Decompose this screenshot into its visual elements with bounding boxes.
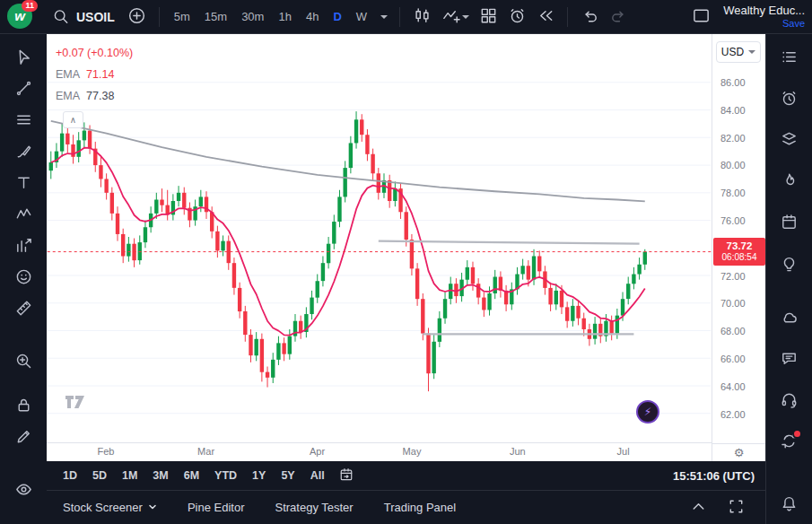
redo-icon <box>609 6 628 28</box>
timeframe-menu-button[interactable] <box>375 4 391 31</box>
xabcd-pattern-icon <box>14 205 33 226</box>
object-tree-button[interactable] <box>776 127 803 154</box>
updates-button[interactable] <box>776 429 803 456</box>
range-ytd-button[interactable]: YTD <box>207 467 244 485</box>
fib-retracement-tool-button[interactable] <box>10 108 37 135</box>
time-tick-label: Jun <box>510 446 526 457</box>
range-1d-button[interactable]: 1D <box>56 467 84 485</box>
ema-slow-legend-row[interactable]: EMA 77.38 <box>56 90 133 102</box>
price-tick-label: 62.00 <box>720 409 746 420</box>
redo-button[interactable] <box>605 4 632 31</box>
support-button[interactable] <box>776 388 803 415</box>
chat-button[interactable] <box>776 346 803 373</box>
price-tick-label: 86.00 <box>720 77 746 88</box>
current-price-value: 73.72 <box>713 240 765 252</box>
forecast-tool-button[interactable] <box>10 233 37 260</box>
maximize-panel-button[interactable] <box>722 494 749 521</box>
chart-type-button[interactable] <box>408 4 435 31</box>
goto-date-button[interactable] <box>333 462 360 489</box>
brush-tool-button[interactable] <box>10 139 37 166</box>
timeframe-1d[interactable]: D <box>327 6 347 27</box>
range-1y-button[interactable]: 1Y <box>245 467 273 485</box>
tab-trading-panel[interactable]: Trading Panel <box>384 501 456 514</box>
open-panel-button[interactable] <box>685 494 712 521</box>
text-tool-button[interactable] <box>10 170 37 197</box>
time-tick-label: Mar <box>197 446 214 457</box>
price-axis[interactable]: USD 86.0084.0082.0080.0078.0076.0072.007… <box>712 34 765 461</box>
time-axis[interactable]: FebMarAprMayJunJul <box>47 442 712 461</box>
boost-button[interactable]: ⚡ <box>636 400 659 424</box>
trend-line-icon <box>14 79 33 100</box>
timeframe-1w[interactable]: W <box>350 6 373 27</box>
symbol-search[interactable]: USOIL <box>45 4 122 31</box>
range-all-button[interactable]: All <box>303 467 332 485</box>
notifications-button[interactable] <box>776 492 803 519</box>
timeframe-1h[interactable]: 1h <box>272 6 297 27</box>
timeframe-4h[interactable]: 4h <box>300 6 325 27</box>
watchlist-icon <box>780 48 799 69</box>
time-tick-label: May <box>403 446 422 457</box>
price-tick-label: 66.00 <box>720 354 746 364</box>
panel-controls <box>685 494 749 521</box>
edit-drawings-button[interactable] <box>10 424 37 451</box>
range-5d-button[interactable]: 5D <box>85 467 114 485</box>
layout-templates-button[interactable] <box>475 4 502 31</box>
add-symbol-button[interactable] <box>124 4 151 31</box>
emoji-tool-button[interactable] <box>10 265 37 292</box>
session-clock[interactable]: 15:51:06 (UTC) <box>673 469 756 483</box>
layout-name: Wealthy Educ... <box>723 4 805 18</box>
cursor-tool-button[interactable] <box>10 45 37 72</box>
price-tick-label: 80.00 <box>720 160 746 170</box>
measure-tool-button[interactable] <box>10 296 37 323</box>
chart-area: +0.07 (+0.10%) EMA 71.14 EMA 77.38 ∧ ⚡ F… <box>47 34 765 461</box>
calendar-icon <box>780 213 799 234</box>
calendar-button[interactable] <box>776 210 803 237</box>
layout-name-menu[interactable]: Wealthy Educ... Save <box>723 4 805 30</box>
indicators-button[interactable] <box>437 4 473 31</box>
watchlist-button[interactable] <box>776 45 803 72</box>
chevron-down-icon <box>148 501 157 514</box>
price-tick-label: 64.00 <box>720 381 746 392</box>
pattern-tool-button[interactable] <box>10 202 37 229</box>
tab-strategy-tester[interactable]: Strategy Tester <box>275 501 353 514</box>
alerts-button[interactable] <box>776 86 803 113</box>
currency-selector[interactable]: USD <box>716 41 761 63</box>
ema-fast-legend-row[interactable]: EMA 71.14 <box>56 68 133 81</box>
tab-label: Pine Editor <box>188 501 245 514</box>
range-6m-button[interactable]: 6M <box>177 467 206 485</box>
app-logo[interactable]: w 11 <box>7 4 36 31</box>
zoom-in-tool-button[interactable] <box>10 349 37 376</box>
range-1m-button[interactable]: 1M <box>115 467 144 485</box>
tab-stock-screener[interactable]: Stock Screener <box>63 501 157 514</box>
tab-pine-editor[interactable]: Pine Editor <box>188 501 245 514</box>
ideas-button[interactable] <box>776 251 803 278</box>
layers-icon <box>780 130 799 152</box>
save-button[interactable]: Save <box>782 18 805 30</box>
calendar-goto-icon <box>338 467 354 485</box>
lightning-icon: ⚡ <box>644 406 651 418</box>
fullscreen-button[interactable] <box>687 4 714 31</box>
forecast-icon <box>14 236 33 258</box>
range-3m-button[interactable]: 3M <box>145 467 175 485</box>
hotlists-button[interactable] <box>776 169 803 196</box>
chart-canvas[interactable] <box>47 34 712 442</box>
timeframe-15m[interactable]: 15m <box>198 6 233 27</box>
toolbar-divider <box>399 7 400 27</box>
minds-button[interactable] <box>776 305 803 332</box>
axis-settings-button[interactable]: ⚙ <box>712 443 765 461</box>
lock-drawings-button[interactable] <box>10 393 37 420</box>
trend-line-tool-button[interactable] <box>10 76 37 103</box>
range-toolbar: 1D 5D 1M 3M 6M YTD 1Y 5Y All 15:51:06 (U… <box>47 461 765 490</box>
bottom-panel-tabs: Stock Screener Pine Editor Strategy Test… <box>47 490 765 524</box>
range-5y-button[interactable]: 5Y <box>274 467 301 485</box>
bar-replay-button[interactable] <box>532 4 559 31</box>
hide-drawings-button[interactable] <box>10 477 37 504</box>
unread-dot-badge <box>792 429 802 439</box>
collapse-legend-button[interactable]: ∧ <box>63 111 83 128</box>
chevron-down-icon <box>380 15 388 19</box>
cloud-icon <box>780 308 799 329</box>
undo-button[interactable] <box>576 4 603 31</box>
timeframe-30m[interactable]: 30m <box>235 6 270 27</box>
timeframe-5m[interactable]: 5m <box>168 6 196 27</box>
create-alert-button[interactable] <box>503 4 530 31</box>
